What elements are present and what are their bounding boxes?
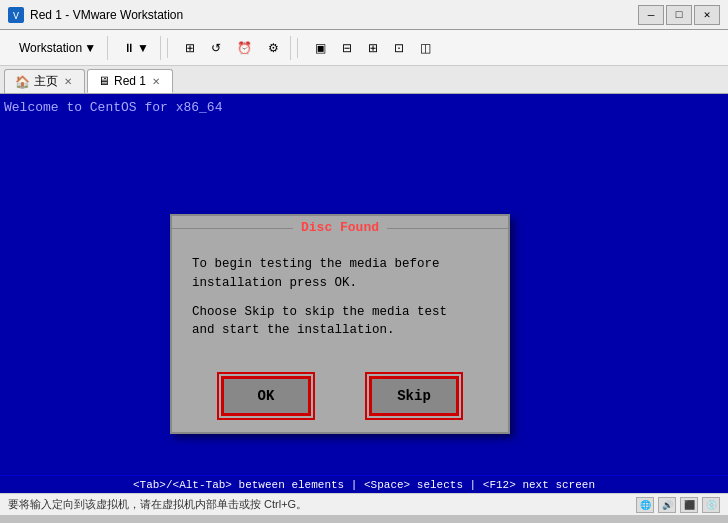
drive-icon: 💿 xyxy=(702,497,720,513)
app-icon: V xyxy=(8,7,24,23)
tab-home[interactable]: 🏠 主页 ✕ xyxy=(4,69,85,93)
title-text: Red 1 - VMware Workstation xyxy=(30,8,638,22)
svg-text:V: V xyxy=(13,11,19,22)
bottom-icons: 🌐 🔊 ⬛ 💿 xyxy=(636,497,720,513)
snapshot-button[interactable]: ⊞ xyxy=(178,36,202,60)
revert-button[interactable]: ↺ xyxy=(204,36,228,60)
display-icon3: ⊞ xyxy=(368,41,378,55)
title-bar: V Red 1 - VMware Workstation — □ ✕ xyxy=(0,0,728,30)
snapshot-icon: ⊞ xyxy=(185,41,195,55)
dialog-buttons: OK Skip xyxy=(172,366,508,432)
workstation-menu-group: Workstation ▼ xyxy=(8,36,108,60)
window-controls: — □ ✕ xyxy=(638,5,720,25)
red1-tab-close[interactable]: ✕ xyxy=(150,76,162,87)
sound-icon: 🔊 xyxy=(658,497,676,513)
display-icon5: ◫ xyxy=(420,41,431,55)
dialog-text-1: To begin testing the media before instal… xyxy=(192,255,488,293)
network-icon: 🌐 xyxy=(636,497,654,513)
pause-button[interactable]: ⏸ ▼ xyxy=(116,36,156,60)
workstation-dropdown-icon: ▼ xyxy=(84,41,96,55)
dialog-body: To begin testing the media before instal… xyxy=(172,239,508,366)
home-tab-close[interactable]: ✕ xyxy=(62,76,74,87)
close-button[interactable]: ✕ xyxy=(694,5,720,25)
skip-button[interactable]: Skip xyxy=(369,376,459,416)
vm-welcome-text: Welcome to CentOS for x86_64 xyxy=(4,100,222,115)
vm-screen[interactable]: Welcome to CentOS for x86_64 Disc Found … xyxy=(0,94,728,493)
ok-button[interactable]: OK xyxy=(221,376,311,416)
display-btn5[interactable]: ◫ xyxy=(413,36,438,60)
pause-group: ⏸ ▼ xyxy=(112,36,161,60)
red1-tab-label: Red 1 xyxy=(114,74,146,88)
clone-icon: ⏰ xyxy=(237,41,252,55)
separator-2 xyxy=(297,38,298,58)
workstation-label: Workstation xyxy=(19,41,82,55)
vm-tools-group: ⊞ ↺ ⏰ ⚙ xyxy=(174,36,291,60)
vm-hint-bar: <Tab>/<Alt-Tab> between elements | <Spac… xyxy=(0,475,728,493)
dialog-title-bar: Disc Found xyxy=(172,216,508,239)
display-icon2: ⊟ xyxy=(342,41,352,55)
maximize-button[interactable]: □ xyxy=(666,5,692,25)
tabs-bar: 🏠 主页 ✕ 🖥 Red 1 ✕ xyxy=(0,66,728,94)
workstation-menu[interactable]: Workstation ▼ xyxy=(12,36,103,60)
home-tab-label: 主页 xyxy=(34,73,58,90)
usb-icon: ⬛ xyxy=(680,497,698,513)
hint-text: <Tab>/<Alt-Tab> between elements | <Spac… xyxy=(133,479,595,491)
revert-icon: ↺ xyxy=(211,41,221,55)
display-btn4[interactable]: ⊡ xyxy=(387,36,411,60)
display-group: ▣ ⊟ ⊞ ⊡ ◫ xyxy=(304,36,442,60)
status-text: 要将输入定向到该虚拟机，请在虚拟机内部单击或按 Ctrl+G。 xyxy=(8,497,307,512)
display-icon1: ▣ xyxy=(315,41,326,55)
pause-dropdown-icon: ▼ xyxy=(137,41,149,55)
clone-button[interactable]: ⏰ xyxy=(230,36,259,60)
separator-1 xyxy=(167,38,168,58)
display-btn3[interactable]: ⊞ xyxy=(361,36,385,60)
dialog-title-text: Disc Found xyxy=(293,220,387,235)
settings-button[interactable]: ⚙ xyxy=(261,36,286,60)
tab-red1[interactable]: 🖥 Red 1 ✕ xyxy=(87,69,173,93)
display-icon4: ⊡ xyxy=(394,41,404,55)
dialog-box: Disc Found To begin testing the media be… xyxy=(170,214,510,434)
settings-icon: ⚙ xyxy=(268,41,279,55)
display-btn2[interactable]: ⊟ xyxy=(335,36,359,60)
home-tab-icon: 🏠 xyxy=(15,75,30,89)
red1-tab-icon: 🖥 xyxy=(98,74,110,88)
dialog-text-2: Choose Skip to skip the media test and s… xyxy=(192,303,488,341)
minimize-button[interactable]: — xyxy=(638,5,664,25)
toolbar: Workstation ▼ ⏸ ▼ ⊞ ↺ ⏰ ⚙ ▣ ⊟ ⊞ ⊡ ◫ xyxy=(0,30,728,66)
bottom-status-bar: 要将输入定向到该虚拟机，请在虚拟机内部单击或按 Ctrl+G。 🌐 🔊 ⬛ 💿 xyxy=(0,493,728,515)
pause-icon: ⏸ xyxy=(123,41,135,55)
display-btn1[interactable]: ▣ xyxy=(308,36,333,60)
